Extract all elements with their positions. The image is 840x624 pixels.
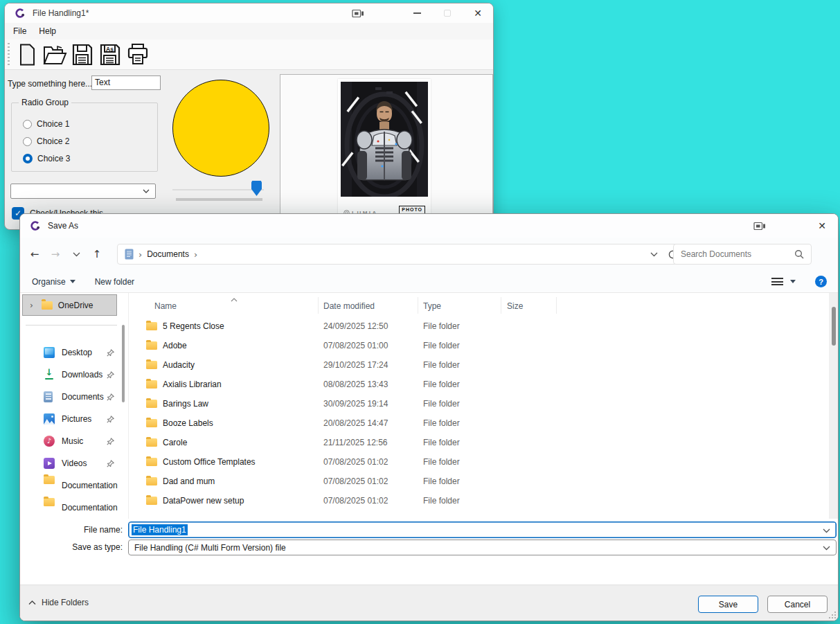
radio-icon — [23, 137, 32, 146]
sidebar-item-onedrive[interactable]: › OneDrive — [22, 294, 117, 316]
chevron-down-icon[interactable] — [823, 528, 830, 533]
save-label: Save — [719, 600, 738, 609]
text-input[interactable]: Text — [91, 75, 161, 90]
table-row[interactable]: Booze Labels 20/08/2025 14:47 File folde… — [129, 413, 829, 433]
organise-button[interactable]: Organise — [32, 277, 75, 287]
sidebar-item-desktop[interactable]: Desktop — [20, 341, 128, 364]
documents-location-icon — [125, 249, 134, 260]
radio-choice-2[interactable]: Choice 2 — [23, 136, 69, 147]
table-row[interactable]: Axialis Librarian 08/08/2025 13:43 File … — [129, 375, 829, 394]
menu-help[interactable]: Help — [39, 26, 56, 36]
sidebar-item-downloads[interactable]: Downloads — [20, 364, 128, 386]
file-list: 5 Regents Close 24/09/2025 12:50 File fo… — [129, 317, 829, 519]
save-as-type-select[interactable]: File Handling (C# Multi Form Version) fi… — [128, 540, 837, 555]
date-modified-cell: 07/08/2025 01:02 — [323, 457, 388, 467]
downloads-icon — [44, 369, 55, 380]
print-icon[interactable] — [124, 41, 152, 69]
documents-icon — [44, 391, 53, 402]
resize-grip[interactable] — [829, 612, 837, 619]
save-button[interactable]: Save — [698, 596, 758, 613]
column-divider[interactable] — [418, 297, 418, 314]
chevron-down-icon[interactable] — [823, 546, 830, 551]
slider-track[interactable] — [172, 189, 264, 190]
new-folder-button[interactable]: New folder — [95, 277, 134, 287]
back-button[interactable]: ← — [24, 244, 45, 265]
command-bar: Organise New folder ? — [20, 271, 838, 293]
history-chevron-icon[interactable] — [66, 244, 87, 265]
dialog-close-button[interactable]: ✕ — [806, 214, 838, 238]
save-as-type-label: Save as type: — [20, 542, 123, 552]
sidebar-item-pictures[interactable]: Pictures — [20, 408, 128, 430]
sidebar-item-label: Documentation — [62, 503, 118, 512]
robot-portrait-image — [341, 82, 428, 197]
file-name-cell: Barings Law — [163, 399, 208, 409]
sidebar-item-documents[interactable]: Documents — [20, 386, 128, 408]
close-button[interactable]: ✕ — [463, 3, 493, 23]
hide-folders-button[interactable]: Hide Folders — [28, 598, 89, 607]
save-as-icon[interactable]: As — [96, 41, 124, 69]
slider-thumb[interactable] — [251, 181, 262, 196]
folder-icon — [146, 322, 157, 330]
type-cell: File folder — [423, 418, 460, 428]
table-row[interactable]: Custom Office Templates 07/08/2025 01:02… — [129, 452, 829, 472]
folder-icon — [44, 498, 55, 509]
input-indicator-icon — [753, 222, 766, 231]
up-button[interactable]: ↑ — [87, 244, 107, 265]
list-scrollbar-thumb[interactable] — [832, 307, 836, 346]
cancel-button[interactable]: Cancel — [767, 596, 828, 613]
column-header-name[interactable]: Name — [154, 301, 177, 311]
folder-icon — [146, 497, 157, 505]
sidebar-item-videos[interactable]: Videos — [20, 452, 128, 474]
open-file-icon[interactable] — [41, 41, 69, 69]
date-modified-cell: 29/10/2025 17:24 — [323, 360, 388, 370]
column-divider[interactable] — [556, 297, 557, 314]
search-placeholder: Search Documents — [681, 249, 794, 259]
combo-box[interactable] — [10, 184, 156, 199]
new-document-icon[interactable] — [13, 41, 41, 69]
table-row[interactable]: Carole 21/11/2025 12:56 File folder — [129, 433, 829, 452]
pin-icon — [106, 393, 115, 402]
window-title: File Handling1* — [33, 8, 89, 18]
column-divider[interactable] — [501, 297, 501, 314]
save-file-icon[interactable] — [69, 41, 96, 69]
minimize-button[interactable] — [402, 3, 432, 23]
sidebar-item-documentation-2[interactable]: Documentation — [20, 497, 128, 519]
yellow-circle-graphic — [172, 80, 269, 177]
table-row[interactable]: Barings Law 30/09/2025 19:14 File folder — [129, 394, 829, 413]
sidebar-item-label: Desktop — [62, 348, 92, 357]
help-button[interactable]: ? — [815, 276, 827, 287]
column-divider[interactable] — [318, 297, 319, 314]
table-row[interactable]: Audacity 29/10/2025 17:24 File folder — [129, 355, 829, 375]
table-row[interactable]: Adobe 07/08/2025 01:00 File folder — [129, 336, 829, 355]
toolbar-grip[interactable] — [8, 43, 10, 66]
main-titlebar[interactable]: File Handling1* ✕ — [5, 3, 493, 23]
view-caret-icon[interactable] — [790, 280, 796, 283]
dialog-titlebar[interactable]: Save As ✕ — [20, 214, 838, 238]
forward-button[interactable]: → — [45, 244, 66, 265]
column-header-size[interactable]: Size — [507, 301, 523, 311]
sidebar-item-label: Videos — [62, 458, 87, 468]
table-row[interactable]: DataPower new setup 07/08/2025 01:02 Fil… — [129, 491, 829, 510]
sidebar-item-music[interactable]: Music — [20, 430, 128, 452]
sidebar-items: Desktop Downloads Documents Pictures — [20, 341, 128, 519]
expand-chevron-icon[interactable]: › — [30, 301, 33, 310]
search-input[interactable]: Search Documents — [673, 244, 812, 265]
table-row[interactable]: 5 Regents Close 24/09/2025 12:50 File fo… — [129, 317, 829, 336]
view-options-icon[interactable] — [771, 278, 783, 285]
maximize-button[interactable] — [432, 3, 463, 23]
address-dropdown-chevron-icon[interactable] — [650, 252, 658, 257]
list-scrollbar[interactable] — [829, 293, 839, 519]
breadcrumb-documents[interactable]: Documents — [147, 249, 189, 259]
table-row[interactable]: Dad and mum 07/08/2025 01:02 File folder — [129, 472, 829, 491]
sidebar-item-documentation[interactable]: Documentation — [20, 474, 128, 497]
breadcrumb-chevron-icon: › — [194, 249, 197, 260]
address-bar[interactable]: › Documents › — [117, 244, 683, 265]
file-name-input[interactable]: File Handling1 — [128, 522, 837, 538]
radio-choice-1[interactable]: Choice 1 — [23, 118, 69, 130]
radio-icon — [23, 120, 32, 129]
radio-choice-3[interactable]: Choice 3 — [23, 153, 70, 164]
column-header-type[interactable]: Type — [423, 301, 441, 311]
radio-label: Choice 2 — [37, 136, 69, 146]
menu-file[interactable]: File — [13, 26, 26, 36]
column-header-date-modified[interactable]: Date modified — [323, 301, 375, 311]
